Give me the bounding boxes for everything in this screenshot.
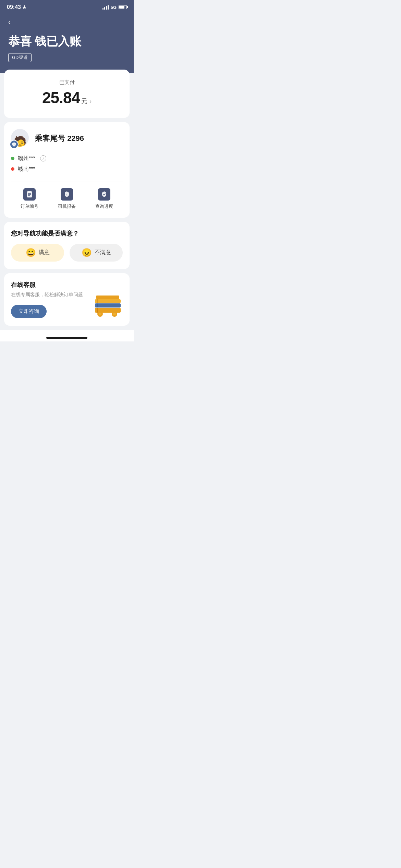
svg-point-9 xyxy=(113,313,116,315)
channel-badge: GD渠道 xyxy=(8,53,32,62)
feedback-buttons: 😄 满意 😠 不满意 xyxy=(11,244,123,262)
info-icon[interactable]: i xyxy=(40,155,46,161)
payment-amount: 25.84 xyxy=(42,88,80,107)
driver-report-icon: ! xyxy=(61,188,73,201)
home-indicator xyxy=(0,330,134,341)
origin-row: 赣州*** i xyxy=(11,155,123,162)
query-progress-label: 查询进度 xyxy=(95,203,113,209)
network-label: 5G xyxy=(111,5,117,10)
origin-dot xyxy=(11,157,14,160)
order-number-label: 订单编号 xyxy=(21,203,38,209)
driver-report-action[interactable]: ! 司机报备 xyxy=(58,188,76,209)
feedback-card: 您对导航功能是否满意？ 😄 满意 😠 不满意 xyxy=(4,222,130,269)
service-illustration xyxy=(93,291,124,322)
svg-rect-12 xyxy=(95,299,121,303)
service-title: 在线客服 xyxy=(11,281,123,289)
battery-icon xyxy=(119,5,127,9)
satisfied-label: 满意 xyxy=(39,249,50,256)
consult-button[interactable]: 立即咨询 xyxy=(11,305,47,318)
shield-badge: + xyxy=(10,140,19,149)
status-time: 09:43 xyxy=(7,4,26,10)
satisfied-button[interactable]: 😄 满意 xyxy=(11,244,64,262)
route-section: 赣州*** i 赣南*** xyxy=(11,155,123,173)
driver-report-label: 司机报备 xyxy=(58,203,76,209)
passenger-title: 乘客尾号 2296 xyxy=(35,133,84,144)
svg-text:+: + xyxy=(13,143,15,145)
content-area: 已支付 25.84 元 › 🧑 + 乘客尾号 2296 xyxy=(0,70,134,326)
payment-amount-row: 25.84 元 › xyxy=(12,88,121,107)
signal-bars xyxy=(102,5,109,10)
passenger-row: 🧑 + 乘客尾号 2296 xyxy=(11,129,123,148)
avatar-shield: 🧑 + xyxy=(11,129,30,148)
svg-text:!: ! xyxy=(66,193,68,196)
order-number-action[interactable]: 订单编号 xyxy=(21,188,38,209)
unsatisfied-button[interactable]: 😠 不满意 xyxy=(70,244,123,262)
status-right-icons: 5G xyxy=(102,5,127,10)
payment-card: 已支付 25.84 元 › xyxy=(4,70,130,118)
svg-rect-13 xyxy=(96,296,119,299)
svg-rect-11 xyxy=(95,303,121,308)
status-bar: 09:43 5G xyxy=(0,0,134,13)
unsatisfied-label: 不满意 xyxy=(95,249,111,256)
svg-rect-10 xyxy=(95,308,121,313)
destination-dot xyxy=(11,167,14,171)
unsatisfied-emoji: 😠 xyxy=(82,248,92,257)
page-title: 恭喜 钱已入账 xyxy=(8,34,125,48)
destination-text: 赣南*** xyxy=(18,166,35,173)
svg-point-7 xyxy=(99,313,101,315)
destination-row: 赣南*** xyxy=(11,166,123,173)
action-row: 订单编号 ! 司机报备 查询进度 xyxy=(11,181,123,209)
service-card: 在线客服 在线专属客服，轻松解决订单问题 立即咨询 xyxy=(4,273,130,326)
payment-arrow[interactable]: › xyxy=(89,98,92,105)
payment-label: 已支付 xyxy=(12,79,121,86)
order-card: 🧑 + 乘客尾号 2296 赣州*** i xyxy=(4,122,130,218)
header-area: ‹ 恭喜 钱已入账 GD渠道 xyxy=(0,13,134,73)
query-progress-icon xyxy=(98,188,110,201)
satisfied-emoji: 😄 xyxy=(26,248,36,257)
home-bar xyxy=(46,337,87,339)
query-progress-action[interactable]: 查询进度 xyxy=(95,188,113,209)
back-button[interactable]: ‹ xyxy=(8,19,11,26)
feedback-question: 您对导航功能是否满意？ xyxy=(11,229,123,238)
order-number-icon xyxy=(23,188,36,201)
origin-text: 赣州*** xyxy=(18,155,35,162)
payment-unit: 元 xyxy=(81,97,87,105)
